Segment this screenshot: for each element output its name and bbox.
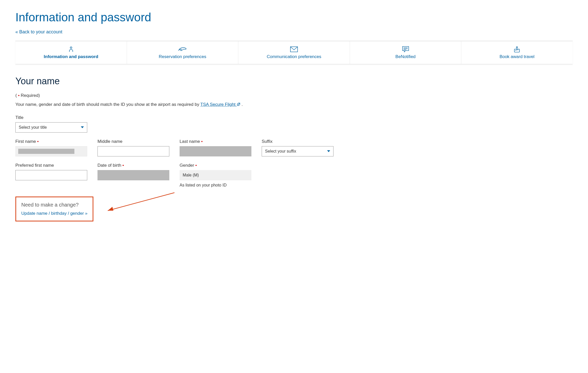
envelope-icon	[290, 46, 298, 53]
last-name-label: Last name •	[180, 139, 251, 144]
required-note: ( • Required)	[15, 93, 573, 98]
title-label: Title	[15, 115, 87, 120]
svg-marker-9	[108, 207, 113, 211]
tab-label: Book award travel	[499, 54, 534, 59]
need-change-heading: Need to make a change?	[21, 202, 87, 208]
plane-icon	[178, 46, 187, 53]
gender-helper-text: As listed on your photo ID	[180, 183, 251, 188]
need-change-box: Need to make a change? Update name / bir…	[15, 197, 93, 221]
dob-field	[97, 170, 169, 180]
tsa-link-text: TSA Secure Flight	[200, 102, 236, 107]
tab-information-and-password[interactable]: Information and password	[15, 41, 127, 64]
redacted-value	[97, 170, 169, 180]
section-title-your-name: Your name	[15, 76, 573, 87]
desc-suffix: .	[240, 102, 243, 107]
name-description: Your name, gender and date of birth shou…	[15, 102, 573, 107]
title-select[interactable]: Select your title	[15, 122, 87, 133]
tab-label: BeNotified	[395, 54, 415, 59]
preferred-first-name-field[interactable]	[15, 170, 87, 180]
title-select-value: Select your title	[19, 125, 47, 130]
redacted-value	[180, 146, 251, 156]
tab-reservation-preferences[interactable]: Reservation preferences	[127, 41, 239, 64]
required-note-suffix: Required)	[19, 93, 40, 98]
chat-icon	[402, 46, 409, 53]
gender-label-text: Gender	[180, 163, 194, 168]
dob-label-text: Date of birth	[97, 163, 121, 168]
suffix-select[interactable]: Select your suffix	[262, 146, 334, 156]
chevron-down-icon	[81, 126, 84, 128]
suffix-select-value: Select your suffix	[265, 149, 296, 154]
svg-point-5	[516, 47, 518, 48]
desc-prefix: Your name, gender and date of birth shou…	[15, 102, 200, 107]
tab-label: Information and password	[44, 54, 99, 59]
gender-field: Male (M)	[180, 170, 251, 180]
external-link-icon	[237, 102, 240, 107]
required-dot-icon: •	[195, 163, 197, 167]
middle-name-field[interactable]	[97, 146, 169, 156]
tab-label: Reservation preferences	[159, 54, 206, 59]
first-name-field	[15, 146, 87, 156]
annotation-arrow-icon	[97, 191, 180, 215]
tab-communication-preferences[interactable]: Communication preferences	[238, 41, 350, 64]
svg-point-0	[70, 47, 72, 49]
page-title: Information and password	[15, 10, 573, 24]
tabs-container: Information and password Reservation pre…	[15, 41, 573, 64]
gender-label: Gender •	[180, 163, 251, 168]
redacted-value	[18, 149, 74, 154]
tab-label: Communication preferences	[267, 54, 321, 59]
back-to-account-link[interactable]: « Back to your account	[15, 29, 62, 35]
required-dot-icon: •	[122, 163, 124, 167]
middle-name-label: Middle name	[97, 139, 169, 144]
tsa-secure-flight-link[interactable]: TSA Secure Flight	[200, 102, 240, 107]
required-dot-icon: •	[37, 139, 39, 144]
suffix-label: Suffix	[262, 139, 334, 144]
award-travel-icon	[513, 46, 521, 53]
person-icon	[68, 46, 74, 53]
tab-benotified[interactable]: BeNotified	[350, 41, 462, 64]
required-dot-icon: •	[201, 139, 203, 144]
svg-rect-7	[514, 49, 520, 52]
chevron-down-icon	[327, 150, 330, 152]
first-name-label: First name •	[15, 139, 87, 144]
name-form: Title Select your title First name • Mid…	[15, 115, 573, 194]
preferred-first-name-label: Preferred first name	[15, 163, 87, 168]
last-name-label-text: Last name	[180, 139, 200, 144]
required-note-prefix: (	[15, 93, 18, 98]
update-name-birthday-gender-link[interactable]: Update name / birthday / gender »	[21, 211, 87, 216]
last-name-field	[180, 146, 251, 156]
tab-book-award-travel[interactable]: Book award travel	[461, 41, 573, 64]
svg-line-8	[108, 193, 174, 211]
dob-label: Date of birth •	[97, 163, 169, 168]
first-name-label-text: First name	[15, 139, 36, 144]
